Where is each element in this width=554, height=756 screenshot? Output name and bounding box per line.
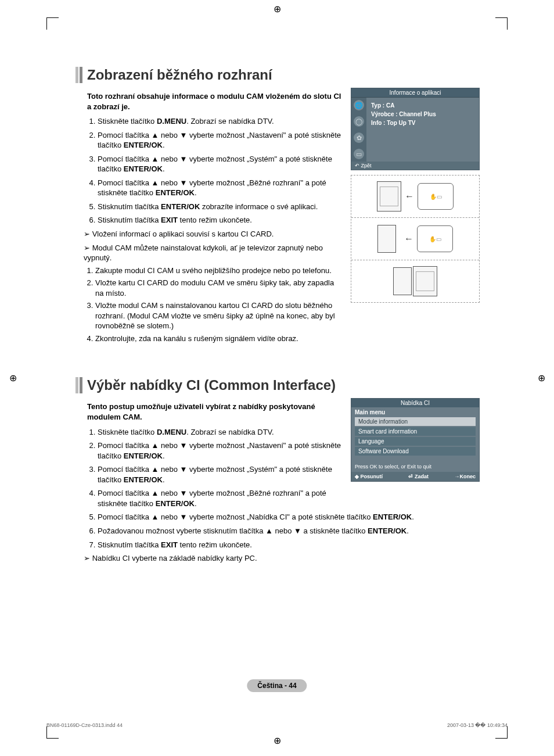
step-item: Stiskněte tlačítko D.MENU. Zobrazí se na…: [98, 116, 343, 127]
globe-icon: 🌐: [354, 100, 364, 110]
osd-back-label: Zpět: [351, 162, 479, 170]
tv-slot-inserted-icon: [393, 267, 412, 295]
step-item: Pomocí tlačítka ▲ nebo ▼ vyberte možnost…: [98, 512, 479, 522]
step-item: Stisknutím tlačítka EXIT tento režim uko…: [98, 215, 343, 225]
step-item: Pomocí tlačítka ▲ nebo ▼ vyberte možnost…: [98, 464, 343, 485]
substep-item: Zakupte modul CI CAM u svého nejbližšího…: [95, 266, 343, 276]
ci-footer-enter: ⏎ Zadat: [408, 474, 429, 479]
section-title: Výběr nabídky CI (Common Interface): [87, 377, 336, 393]
circle-icon: ◯: [354, 116, 364, 127]
step-item: Pomocí tlačítka ▲ nebo ▼ vyberte možnost…: [98, 488, 343, 508]
step-item: Stiskněte tlačítko D.MENU. Zobrazí se na…: [98, 427, 343, 438]
step-item: Pomocí tlačítka ▲ nebo ▼ vyberte možnost…: [98, 154, 343, 174]
registration-mark-icon: ⊕: [272, 5, 282, 14]
ci-menu-item: Module information: [355, 417, 476, 426]
step-item: Stisknutím tlačítka ENTER/OK zobrazíte i…: [98, 202, 343, 212]
doc-icon: ▭: [354, 149, 364, 159]
section-intro: Toto rozhraní obsahuje informace o modul…: [87, 91, 343, 112]
osd-app-info: Informace o aplikaci 🌐 ◯ ✿ ▭ Typ : CA Vý…: [351, 88, 480, 170]
registration-mark-icon: ⊕: [272, 736, 282, 746]
substep-item: Zkontrolujte, zda na kanálu s rušeným si…: [95, 334, 343, 344]
ci-menu-item: Language: [355, 437, 476, 446]
osd-info-line: Typ : CA: [371, 101, 474, 110]
registration-mark-icon: ⊕: [537, 374, 546, 383]
footer-filename: BN68-01169D-Cze-0313.indd 44: [46, 722, 123, 728]
ci-module-icon: [413, 266, 437, 296]
crop-mark: [495, 17, 508, 30]
gear-icon: ✿: [354, 132, 364, 143]
ci-menu-hint: Press OK to select, or Exit to quit: [351, 461, 479, 472]
ci-module-icon: [377, 181, 401, 212]
step-item: Pomocí tlačítka ▲ nebo ▼ vyberte možnost…: [98, 178, 343, 198]
ci-footer-exit: →Konec: [454, 474, 476, 479]
ci-menu-title: Nabídka CI: [351, 399, 479, 407]
crop-mark: [46, 726, 59, 739]
crop-mark: [495, 726, 508, 739]
step-item: Stisknutím tlačítka EXIT tento režim uko…: [98, 540, 479, 550]
section-intro: Tento postup umožňuje uživateli vybírat …: [87, 402, 343, 422]
substep-item: Vložte modul CAM s nainstalovanou kartou…: [95, 300, 343, 331]
title-accent-bars: [75, 377, 82, 393]
osd-info-line: Info : Top Up TV: [371, 119, 474, 127]
footer-timestamp: 2007-03-13 �� 10:49:34: [447, 722, 508, 728]
crop-mark: [46, 17, 59, 30]
install-diagram: ← ✋▭ ← ✋▭: [351, 175, 480, 303]
substep-item: Vložte kartu CI CARD do modulu CAM ve sm…: [95, 278, 343, 298]
osd-ci-menu: Nabídka CI Main menu Module information …: [351, 398, 480, 482]
title-accent-bars: [75, 67, 82, 83]
osd-info-line: Výrobce : Channel Plus: [371, 110, 474, 119]
note-item: Vložení informací o aplikaci souvisí s k…: [84, 229, 343, 239]
arrow-left-icon: ←: [405, 191, 414, 202]
osd-title: Informace o aplikaci: [351, 88, 479, 98]
ci-menu-main-label: Main menu: [351, 407, 479, 417]
note-item: Modul CAM můžete nainstalovat kdykoli, a…: [84, 243, 343, 344]
ci-menu-item: Software Download: [355, 447, 476, 456]
tv-slot-icon: [377, 225, 396, 253]
arrow-left-icon: ←: [404, 234, 413, 244]
section-title: Zobrazení běžného rozhraní: [87, 67, 272, 83]
step-item: Požadovanou možnost vyberte stisknutím t…: [98, 526, 479, 536]
hand-module-icon: ✋▭: [417, 225, 453, 252]
step-item: Pomocí tlačítka ▲ nebo ▼ vyberte možnost…: [98, 440, 343, 461]
page-number: Čeština - 44: [247, 679, 307, 692]
note-item: Nabídku CI vyberte na základě nabídky ka…: [84, 553, 479, 564]
hand-card-icon: ✋▭: [418, 183, 454, 210]
step-item: Pomocí tlačítka ▲ nebo ▼ vyberte možnost…: [98, 130, 343, 151]
ci-footer-move: ◆ Posunutí: [355, 474, 383, 479]
registration-mark-icon: ⊕: [8, 374, 17, 383]
ci-menu-item: Smart card information: [355, 427, 476, 436]
